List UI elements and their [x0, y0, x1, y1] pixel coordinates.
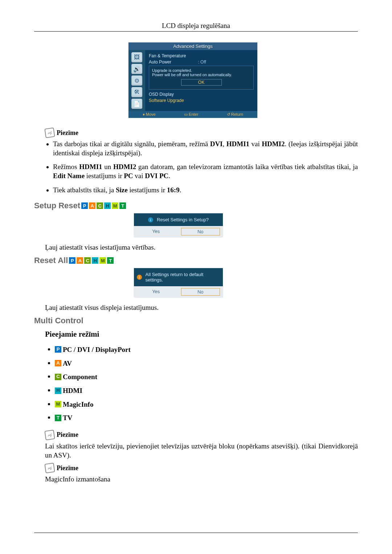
osd-upgrade-line2: Power will be off and turned on automati…: [152, 73, 250, 77]
mode-pc: PPC / DVI / DisplayPort: [54, 342, 358, 356]
mode-icon-m: M: [112, 202, 118, 209]
note1-item-2: Režīmos HDMI1 un HDMI2 gan datoram, gan …: [53, 163, 358, 180]
mode-icon-p: P: [81, 202, 88, 209]
osd-side-icons: 🖼 🔊 ⚙ 🛠 📄: [128, 50, 145, 111]
note-label-1: Piezīme: [57, 129, 78, 137]
reset-all-dialog: i All Settings return to default setting…: [134, 268, 223, 297]
mode-list: PPC / DVI / DisplayPort AAV CComponent H…: [34, 342, 358, 424]
mode-icon-m: M: [99, 257, 106, 264]
mode-av: AAV: [54, 356, 358, 370]
note-label-2: Piezīme: [57, 431, 78, 439]
osd-title: Advanced Settings: [128, 42, 257, 50]
osd-row-software-upgrade: Software Upgrade: [149, 98, 254, 103]
osd-foot-enter: ▭ Enter: [184, 112, 198, 117]
note3-text: MagicInfo izmantošana: [45, 475, 358, 484]
mode-icon-c: C: [97, 202, 103, 209]
osd-foot-move: ♦ Move: [143, 112, 156, 117]
note1-item-3: Tiek atbalstīts tikai, ja Size iestatīju…: [53, 186, 358, 195]
setup-reset-desc: Ļauj atiestatīt visas iestatījuma vērtīb…: [45, 243, 358, 252]
setup-reset-no[interactable]: No: [181, 228, 220, 235]
osd-autopower-value: : Off: [198, 59, 206, 65]
mode-icon-a: A: [89, 202, 95, 209]
mode-icon-c: C: [84, 257, 91, 264]
note-icon: [44, 463, 55, 473]
note-icon: [44, 127, 55, 138]
mode-icon-p: P: [55, 346, 61, 353]
available-modes-heading: Pieejamie režīmi: [45, 330, 358, 339]
info-icon: i: [137, 275, 142, 280]
mode-icon-c: C: [55, 374, 61, 380]
reset-all-no[interactable]: No: [181, 288, 220, 296]
note-icon: [44, 430, 55, 440]
osd-foot-return: ↺ Return: [227, 112, 243, 117]
mode-icon-t: T: [107, 257, 114, 264]
mode-icon-h: H: [55, 387, 61, 394]
mode-component: CComponent: [54, 370, 358, 383]
note-heading-3: Piezīme: [45, 463, 358, 473]
osd-autopower-label: Auto Power: [149, 59, 171, 65]
setup-reset-yes[interactable]: Yes: [137, 228, 175, 235]
reset-all-desc: Ļauj atiestatīt visus displeja iestatīju…: [45, 303, 358, 312]
mode-icon-h: H: [92, 257, 98, 264]
multi-control-heading: Multi Control: [34, 316, 358, 325]
mode-icon-p: P: [69, 257, 75, 264]
osd-row-fan: Fan & Temperature: [149, 53, 254, 58]
mode-icon-a: A: [55, 360, 61, 366]
osd-ok-button[interactable]: OK: [181, 79, 222, 86]
osd-icon-multi: 🛠: [131, 87, 142, 97]
bottom-rule: [34, 533, 358, 533]
mode-icon-t: T: [119, 202, 126, 209]
note1-list: Tas darbojas tikai ar digitālu signālu, …: [34, 140, 358, 194]
note-heading-1: Piezīme: [45, 128, 358, 138]
note1-item-1: Tas darbojas tikai ar digitālu signālu, …: [53, 140, 358, 157]
osd-footer: ♦ Move ▭ Enter ↺ Return: [128, 111, 257, 118]
note-heading-2: Piezīme: [45, 430, 358, 440]
osd-panel: Advanced Settings 🖼 🔊 ⚙ 🛠 📄 Fan & Temper…: [128, 42, 257, 118]
osd-upgrade-line1: Upgrade is completed.: [152, 68, 250, 73]
page-title: LCD displeja regulēšana: [34, 22, 358, 30]
osd-row-autopower: Auto Power : Off: [149, 59, 254, 65]
mode-icon-m: M: [55, 401, 61, 407]
mode-tv: TTV: [54, 411, 358, 424]
note2-text: Lai skatītos ierīcē televīziju, pievieno…: [45, 442, 358, 460]
note-label-3: Piezīme: [57, 464, 78, 472]
info-icon: i: [148, 217, 153, 222]
osd-icon-picture: 🖼: [131, 52, 142, 62]
mode-magicinfo: MMagicInfo: [54, 397, 358, 411]
osd-icon-sound: 🔊: [131, 64, 142, 74]
reset-all-heading: Reset All P A C H M T: [34, 256, 358, 265]
mode-icon-h: H: [104, 202, 111, 209]
top-rule: [34, 31, 358, 32]
mode-icon-t: T: [55, 415, 61, 421]
setup-reset-dialog-text: Reset Settings in Setup?: [157, 217, 209, 222]
setup-reset-dialog: i Reset Settings in Setup? Yes No: [134, 213, 223, 237]
mode-icon-a: A: [77, 257, 83, 264]
osd-upgrade-box: Upgrade is completed. Power will be off …: [149, 66, 254, 90]
reset-all-dialog-text: All Settings return to default settings.: [146, 272, 220, 283]
osd-icon-info: 📄: [131, 99, 142, 109]
reset-all-yes[interactable]: Yes: [137, 288, 175, 296]
osd-icon-setup: ⚙: [131, 75, 142, 86]
osd-row-osd-display: OSD Display: [149, 92, 254, 97]
setup-reset-heading: Setup Reset P A C H M T: [34, 201, 358, 210]
mode-hdmi: HHDMI: [54, 383, 358, 397]
